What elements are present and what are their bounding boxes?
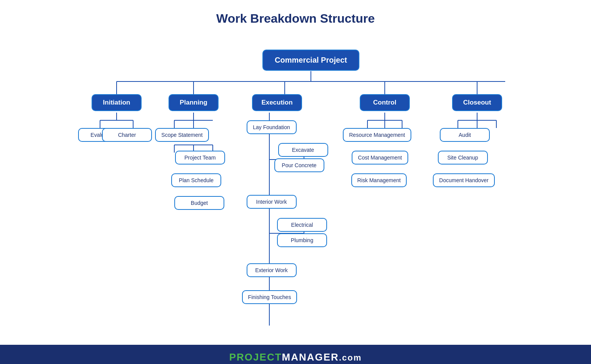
l2-closeout-label: Closeout — [452, 94, 502, 111]
l3-charter: Charter — [100, 128, 154, 142]
l2-initiation-label: Initiation — [92, 94, 142, 111]
l3-cleanup: Site Cleanup — [433, 151, 492, 165]
l3-concrete-label: Pour Concrete — [274, 158, 324, 172]
l3-interior: Interior Work — [242, 195, 301, 209]
l3-foundation: Lay Foundation — [242, 120, 301, 134]
l2-control-label: Control — [360, 94, 410, 111]
brand-com: .com — [339, 353, 362, 362]
l2-execution: Execution — [239, 94, 316, 111]
l3-handover: Document Handover — [426, 173, 501, 187]
l3-finishing: Finishing Touches — [238, 290, 301, 304]
l3-interior-label: Interior Work — [247, 195, 297, 209]
l3-scope: Scope Statement — [149, 128, 215, 142]
l2-planning-label: Planning — [169, 94, 219, 111]
root-node: Commercial Project — [234, 50, 388, 71]
l2-control: Control — [346, 94, 423, 111]
l3-team: Project Team — [169, 151, 231, 165]
brand-project: PROJECT — [229, 351, 282, 363]
footer-logo: PROJECTMANAGER.com — [229, 351, 362, 363]
l3-finishing-label: Finishing Touches — [242, 290, 297, 304]
l2-closeout: Closeout — [439, 94, 516, 111]
l3-cost: Cost Management — [344, 151, 416, 165]
l3-scope-label: Scope Statement — [155, 128, 209, 142]
l3-charter-label: Charter — [102, 128, 152, 142]
l3-foundation-label: Lay Foundation — [247, 120, 297, 134]
l2-initiation: Initiation — [78, 94, 155, 111]
footer: PROJECTMANAGER.com — [0, 345, 591, 364]
l3-plumbing-label: Plumbing — [277, 233, 327, 247]
l3-risk-label: Risk Management — [351, 173, 407, 187]
l3-excavate-label: Excavate — [278, 143, 328, 157]
l3-exterior: Exterior Work — [242, 263, 301, 277]
l3-audit: Audit — [442, 128, 488, 142]
l3-excavate: Excavate — [277, 143, 329, 157]
root-label: Commercial Project — [262, 50, 359, 71]
l3-resource: Resource Management — [339, 128, 416, 142]
l3-risk: Risk Management — [344, 173, 414, 187]
l3-cost-label: Cost Management — [352, 151, 408, 165]
l3-resource-label: Resource Management — [343, 128, 411, 142]
l3-concrete: Pour Concrete — [269, 158, 329, 172]
l3-handover-label: Document Handover — [433, 173, 494, 187]
l3-electrical-label: Electrical — [277, 218, 327, 232]
l2-execution-label: Execution — [252, 94, 302, 111]
l3-schedule-label: Plan Schedule — [171, 173, 221, 187]
l3-team-label: Project Team — [175, 151, 225, 165]
l3-plumbing: Plumbing — [277, 233, 327, 247]
brand-manager: MANAGER — [282, 351, 339, 363]
l3-exterior-label: Exterior Work — [247, 263, 297, 277]
wbs-chart: Commercial Project Initiation Evaluation… — [15, 37, 576, 337]
l3-budget-label: Budget — [174, 196, 224, 210]
page-title: Work Breakdown Structure — [15, 12, 576, 26]
l3-schedule: Plan Schedule — [165, 173, 227, 187]
l2-planning: Planning — [155, 94, 232, 111]
l3-cleanup-label: Site Cleanup — [438, 151, 488, 165]
l3-electrical: Electrical — [277, 218, 327, 232]
l3-audit-label: Audit — [440, 128, 490, 142]
l3-budget: Budget — [174, 196, 224, 210]
